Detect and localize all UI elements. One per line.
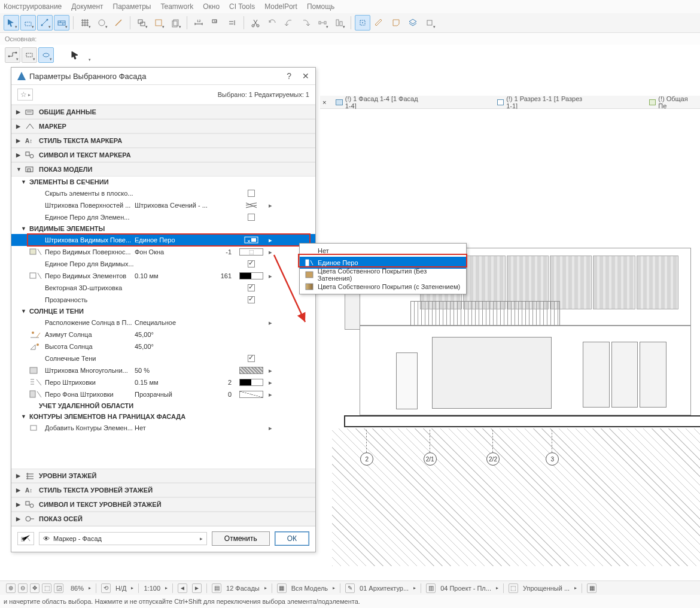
- row-add-contours[interactable]: Добавить Контуры Элемен...Нет▸: [11, 422, 315, 434]
- subheader-boundary-contours[interactable]: ▼КОНТУРЫ ЭЛЕМЕНТОВ НА ГРАНИЦАХ ФАСАДА: [11, 411, 315, 422]
- zoom-tool-icon[interactable]: ⬚: [42, 583, 51, 593]
- layer-icon-button[interactable]: [17, 532, 34, 545]
- subheader-removed-area[interactable]: УЧЕТ УДАЛЕННОЙ ОБЛАСТИ: [11, 400, 315, 411]
- zoom-value[interactable]: 86%: [71, 585, 84, 592]
- renovation-combo[interactable]: Упрощенный ...: [523, 585, 570, 592]
- row-polygon-fill[interactable]: Штриховка Многоугольни...50 %▸: [11, 364, 315, 376]
- menu-item[interactable]: Помощь: [307, 2, 334, 11]
- tool-windows[interactable]: [134, 15, 150, 31]
- view-set[interactable]: 12 Фасады: [226, 585, 260, 592]
- popup-item-none[interactable]: Нет: [300, 245, 466, 257]
- section-marker-text-style[interactable]: ▶A↕СТИЛЬ ТЕКСТА МАРКЕРА: [11, 133, 315, 148]
- row-fill-pen[interactable]: Перо Штриховки0.15 мм2▸: [11, 376, 315, 388]
- tool-distribute[interactable]: [315, 15, 330, 31]
- row-sun-azimuth[interactable]: Азимут Солнца45,00°: [11, 329, 315, 341]
- tool-marquee[interactable]: [20, 15, 36, 31]
- row-fill-bg-pen[interactable]: Перо Фона ШтриховкиПрозрачный0▸: [11, 388, 315, 400]
- zoom-tool-icon[interactable]: ⊖: [18, 583, 28, 593]
- row-sun-position[interactable]: Расположение Солнца в П...Специальное▸: [11, 317, 315, 329]
- tool-arrow[interactable]: [4, 15, 19, 31]
- subheader-sun-shadow[interactable]: ▼СОЛНЦЕ И ТЕНИ: [11, 306, 315, 317]
- menu-item[interactable]: ModelPort: [264, 2, 297, 11]
- info-tool-1[interactable]: [5, 47, 20, 63]
- info-cursor[interactable]: [67, 47, 83, 63]
- row-visible-surface-pen[interactable]: Перо Видимых Поверхнос...Фон Окна-1⬚▸: [11, 246, 315, 258]
- tool-cut[interactable]: [248, 15, 263, 31]
- zoom-tool-icon[interactable]: ◲: [54, 583, 63, 593]
- section-story-levels[interactable]: ▶УРОВНИ ЭТАЖЕЙ: [11, 469, 315, 483]
- section-model-display[interactable]: ▼ПОКАЗ МОДЕЛИ: [11, 162, 315, 177]
- layer-combo[interactable]: 01 Архитектур...: [360, 585, 409, 592]
- tool-grid[interactable]: [77, 15, 93, 31]
- close-button[interactable]: ✕: [302, 71, 309, 81]
- help-button[interactable]: ?: [287, 71, 291, 81]
- nav-prev-icon[interactable]: ◄: [178, 583, 187, 593]
- row-sun-altitude[interactable]: Высота Солнца45,00°: [11, 341, 315, 352]
- tool-align[interactable]: [331, 15, 347, 31]
- subheader-cut-elements[interactable]: ▼ЭЛЕМЕНТЫ В СЕЧЕНИИ: [11, 177, 315, 187]
- zoom-tool-icon[interactable]: ⊕: [6, 583, 16, 593]
- row-uniform-pen-visible[interactable]: Единое Перо для Видимых...: [11, 258, 315, 270]
- tool-reference[interactable]: [168, 15, 183, 31]
- cancel-button[interactable]: Отменить: [212, 531, 270, 546]
- row-sun-shadows[interactable]: Солнечные Тени: [11, 352, 315, 364]
- section-grid-display[interactable]: ▶ПОКАЗ ОСЕЙ: [11, 512, 315, 526]
- nav-next-icon[interactable]: ►: [192, 583, 202, 593]
- info-cursor-mode[interactable]: [84, 47, 92, 63]
- model-filter[interactable]: Вся Модель: [291, 585, 328, 592]
- view-tab[interactable]: (!) 1 Разрез 1-1 [1 Разрез 1-1]: [492, 96, 594, 108]
- section-marker[interactable]: ▶МАРКЕР: [11, 119, 315, 133]
- menu-item[interactable]: Параметры: [113, 2, 151, 11]
- favorites-button[interactable]: ☆▸: [17, 89, 33, 101]
- drawing-canvas[interactable]: 2 2/1 2/2 3 4: [320, 109, 700, 584]
- tool-snap[interactable]: [94, 15, 109, 31]
- section-general[interactable]: ▶ОБЩИЕ ДАННЫЕ: [11, 105, 315, 119]
- zoom-tool-icon[interactable]: ✥: [30, 583, 39, 593]
- section-story-symbol[interactable]: ▶СИМВОЛ И ТЕКСТ УРОВНЕЙ ЭТАЖЕЙ: [11, 497, 315, 512]
- view-tab[interactable]: (!) Общая Пе: [644, 96, 700, 108]
- ok-button[interactable]: ОК: [275, 531, 309, 546]
- popup-item-uniform-pen[interactable]: Единое Перо: [300, 257, 466, 269]
- tool-layers[interactable]: [405, 15, 421, 31]
- subheader-visible-elements[interactable]: ▼ВИДИМЫЕ ЭЛЕМЕНТЫ: [11, 223, 315, 234]
- row-hide-cut[interactable]: Скрыть элементы в плоско...: [11, 187, 315, 199]
- tool-extra[interactable]: [422, 15, 437, 31]
- menu-item[interactable]: Teamwork: [161, 2, 194, 11]
- section-marker-symbol[interactable]: ▶СИМВОЛ И ТЕКСТ МАРКЕРА: [11, 148, 315, 162]
- tool-level-dim[interactable]: [224, 15, 240, 31]
- tool-suspend[interactable]: [264, 15, 280, 31]
- tool-label[interactable]: 12: [208, 15, 223, 31]
- row-vector-3d-hatching[interactable]: Векторная 3D-штриховка: [11, 282, 315, 294]
- section-story-text-style[interactable]: ▶A↕СТИЛЬ ТЕКСТА УРОВНЕЙ ЭТАЖЕЙ: [11, 483, 315, 497]
- tool-undo[interactable]: [281, 15, 297, 31]
- tool-dim[interactable]: 12: [191, 15, 206, 31]
- tool-favorites[interactable]: [388, 15, 404, 31]
- tool-measure[interactable]: [37, 15, 53, 31]
- tool-guide[interactable]: [111, 15, 126, 31]
- row-surface-fill-cut[interactable]: Штриховка Поверхностей ...Штриховка Сече…: [11, 199, 315, 211]
- project-combo[interactable]: 04 Проект - Пл...: [440, 585, 491, 592]
- tool-magic-wand[interactable]: [355, 15, 370, 31]
- popup-item-own-colors-flat[interactable]: Цвета Собственного Покрытия (Без Затенен…: [300, 269, 466, 281]
- scale-value[interactable]: 1:100: [144, 585, 160, 592]
- misc-icon[interactable]: ▦: [587, 583, 596, 593]
- menu-item[interactable]: CI Tools: [229, 2, 255, 11]
- tool-wall[interactable]: [54, 15, 69, 31]
- popup-item-own-colors-shaded[interactable]: Цвета Собственного Покрытия (с Затенение…: [300, 281, 466, 293]
- view-tab[interactable]: (!) 1 Фасад 1-4 [1 Фасад 1-4]: [331, 96, 430, 108]
- row-visible-surface-fill[interactable]: Штриховка Видимых Пове...Единое Перо▸: [11, 234, 315, 246]
- tool-redo[interactable]: [298, 15, 314, 31]
- layer-dropdown[interactable]: 👁 Маркер - Фасад ▸: [39, 532, 207, 545]
- menu-item[interactable]: Окно: [203, 2, 220, 11]
- rotate-icon[interactable]: ⟲: [101, 583, 111, 593]
- tab-close-icon[interactable]: ×: [320, 99, 328, 106]
- menu-item[interactable]: Документ: [71, 2, 103, 11]
- row-visible-element-pen[interactable]: Перо Видимых Элементов0.10 мм161▸: [11, 270, 315, 282]
- tool-edit[interactable]: [372, 15, 387, 31]
- menu-item[interactable]: Конструирование: [4, 2, 62, 11]
- row-uniform-pen-cut[interactable]: Единое Перо для Элемен...: [11, 211, 315, 223]
- info-tool-3[interactable]: [38, 47, 54, 63]
- info-tool-2[interactable]: [22, 47, 37, 63]
- tool-trace[interactable]: [151, 15, 166, 31]
- row-transparency[interactable]: Прозрачность: [11, 294, 315, 306]
